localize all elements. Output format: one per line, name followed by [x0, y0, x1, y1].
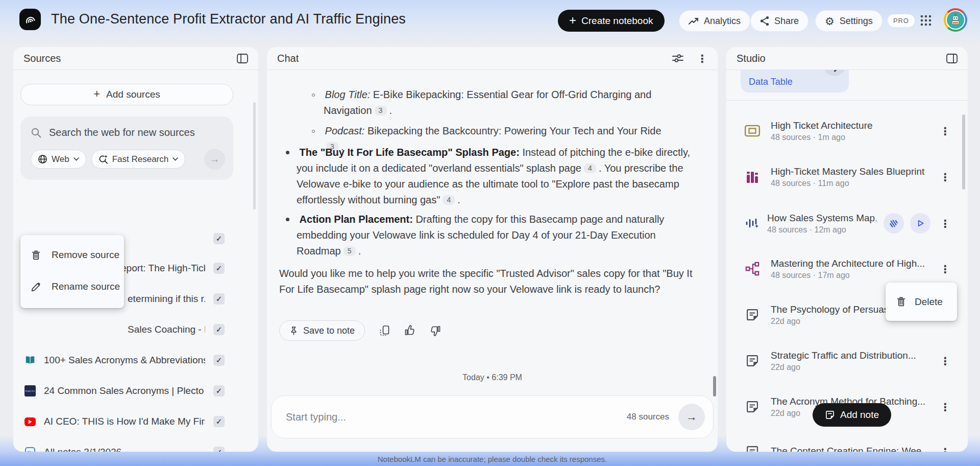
research-mode-chip[interactable]: Fast Research — [91, 150, 186, 169]
chat-sub-bullet: Blog Title: E-Bike Bikepacking: Essentia… — [312, 87, 669, 119]
source-checkbox[interactable]: ✓ — [213, 324, 225, 335]
source-row[interactable]: Sales Coaching - K... ✓ — [24, 318, 225, 341]
google-apps-grid-icon[interactable] — [920, 14, 932, 27]
data-table-chip[interactable]: Data Table — [741, 70, 849, 92]
chat-more-options-icon[interactable]: ⋮ — [697, 53, 707, 64]
source-context-menu: Remove source Rename source — [20, 235, 124, 308]
more-options-icon[interactable]: ⋮ — [940, 447, 950, 452]
send-button[interactable]: → — [678, 404, 705, 430]
trash-icon — [896, 296, 906, 307]
pro-badge: PRO — [888, 14, 915, 27]
studio-item-row[interactable]: High Ticket Architecture48 sources · 1m … — [726, 116, 968, 146]
trash-icon — [31, 250, 41, 261]
thumbs-down-icon[interactable] — [430, 325, 441, 336]
studio-item-row[interactable]: Mastering the Architecture of High...48 … — [726, 254, 968, 284]
trending-up-icon — [689, 17, 699, 25]
pencil-icon — [834, 70, 838, 72]
share-button[interactable]: Share — [750, 10, 808, 32]
disclaimer-text: NotebookLM can be inaccurate; please dou… — [267, 455, 718, 463]
studio-item-meta: 48 sources · 1m ago — [771, 133, 927, 142]
more-options-icon[interactable]: ⋮ — [940, 172, 950, 182]
analytics-label: Analytics — [704, 16, 741, 27]
rename-source-label: Rename source — [52, 281, 120, 292]
citation-chip[interactable]: 4 — [443, 195, 455, 205]
source-checkbox[interactable]: ✓ — [213, 447, 225, 452]
citation-chip[interactable]: 4 — [584, 164, 596, 173]
chat-scrollbar[interactable] — [713, 376, 716, 397]
interactive-mode-button[interactable] — [884, 213, 904, 234]
mindmap-icon — [744, 262, 761, 276]
chat-panel-title: Chat — [277, 53, 299, 64]
chat-input[interactable]: Start typing... — [286, 411, 346, 423]
play-audio-button[interactable] — [910, 213, 930, 234]
source-checkbox[interactable]: ✓ — [213, 416, 225, 427]
search-submit-button[interactable]: → — [204, 149, 225, 170]
chevron-down-icon — [74, 157, 79, 161]
research-chip-label: Fast Research — [112, 154, 169, 165]
studio-item-row[interactable]: High-Ticket Mastery Sales Blueprint48 so… — [726, 162, 968, 192]
share-label: Share — [774, 16, 799, 27]
studio-scrollbar[interactable] — [962, 114, 965, 190]
source-label: AI CEO: THIS is How I'd Make My First ..… — [44, 416, 205, 427]
notebooklm-logo-icon[interactable] — [19, 9, 41, 30]
fast-research-icon — [99, 154, 108, 164]
chat-panel-header: Chat ⋮ — [267, 47, 718, 70]
studio-output-strip: Data Table — [726, 70, 968, 101]
analytics-button[interactable]: Analytics — [679, 10, 750, 32]
chat-bullet: Action Plan Placement: Drafting the copy… — [286, 212, 695, 259]
sources-scrollbar[interactable] — [253, 102, 256, 209]
save-to-note-button[interactable]: Save to note — [279, 320, 365, 341]
sub-bullet-text: E-Bike Bikepacking: Essential Gear for O… — [324, 89, 651, 116]
source-row[interactable]: PLECTO 24 Common Sales Acronyms | Plecto… — [24, 379, 225, 403]
studio-item-row[interactable]: How Sales Systems Map...48 sources · 12m… — [726, 208, 968, 238]
notebooklm-note-icon: m↓ — [24, 447, 36, 452]
source-row[interactable]: m↓ All notes 3/1/2026 ✓ — [24, 440, 225, 452]
studio-item-meta: 48 sources · 11m ago — [771, 179, 927, 188]
studio-item-title: The Content Creation Engine: Wee... — [771, 446, 927, 452]
web-filter-chip[interactable]: Web — [31, 150, 86, 169]
note-icon — [744, 308, 761, 322]
source-checkbox[interactable]: ✓ — [213, 293, 225, 305]
more-options-icon[interactable]: ⋮ — [940, 356, 950, 366]
more-options-icon[interactable]: ⋮ — [940, 402, 950, 412]
gear-icon: ⚙ — [825, 16, 835, 27]
tune-settings-icon[interactable] — [672, 53, 683, 63]
edit-circle-button[interactable] — [823, 70, 846, 76]
settings-button[interactable]: ⚙ Settings — [815, 10, 883, 32]
search-icon — [31, 127, 42, 138]
source-checkbox[interactable]: ✓ — [213, 263, 225, 274]
thumbs-up-icon[interactable] — [404, 325, 415, 336]
source-label: etermining if this r... — [128, 293, 205, 305]
studio-item-row[interactable]: The Content Creation Engine: Wee... ⋮ — [726, 437, 968, 452]
create-notebook-button[interactable]: + Create notebook — [558, 10, 665, 32]
sub-bullet-text: Bikepacking the Backcountry: Powering Yo… — [364, 125, 661, 136]
studio-item-row[interactable]: Strategic Traffic and Distribution...22d… — [726, 346, 968, 376]
delete-menu-item[interactable]: Delete — [886, 283, 957, 321]
add-note-button[interactable]: Add note — [813, 403, 891, 427]
settings-label: Settings — [840, 16, 873, 27]
citation-chip[interactable]: 3 — [375, 106, 387, 115]
copy-icon[interactable] — [379, 325, 390, 336]
chat-panel: Chat ⋮ Blog Title: E-Bike Bikepacking: E… — [267, 47, 718, 452]
robot-avatar-image — [946, 10, 965, 30]
more-options-icon[interactable]: ⋮ — [940, 126, 950, 136]
rename-source-menu-item[interactable]: Rename source — [20, 272, 124, 301]
source-row[interactable]: 100+ Sales Acronyms & Abbreviations... ✓ — [24, 348, 225, 372]
chat-closing-question: Would you like me to help you write the … — [279, 266, 694, 297]
notebook-title[interactable]: The One-Sentence Profit Extractor and AI… — [51, 11, 406, 27]
account-avatar[interactable] — [944, 8, 967, 32]
source-checkbox[interactable]: ✓ — [213, 355, 225, 366]
source-checkbox[interactable]: ✓ — [213, 385, 225, 397]
expand-panel-icon[interactable] — [946, 54, 958, 63]
web-chip-label: Web — [52, 154, 69, 165]
citation-chip[interactable]: 5 — [344, 246, 356, 256]
collapse-panel-icon[interactable] — [237, 54, 248, 63]
remove-source-menu-item[interactable]: Remove source — [20, 240, 124, 270]
chat-input-box[interactable]: Start typing... 48 sources → — [271, 395, 714, 438]
source-row[interactable]: AI CEO: THIS is How I'd Make My First ..… — [24, 410, 225, 433]
add-sources-button[interactable]: + Add sources — [20, 84, 233, 105]
more-options-icon[interactable]: ⋮ — [940, 264, 950, 274]
more-options-icon[interactable]: ⋮ — [940, 218, 950, 229]
select-all-checkbox[interactable]: ✓ — [213, 233, 225, 244]
search-input[interactable]: Search the web for new sources — [49, 127, 195, 138]
